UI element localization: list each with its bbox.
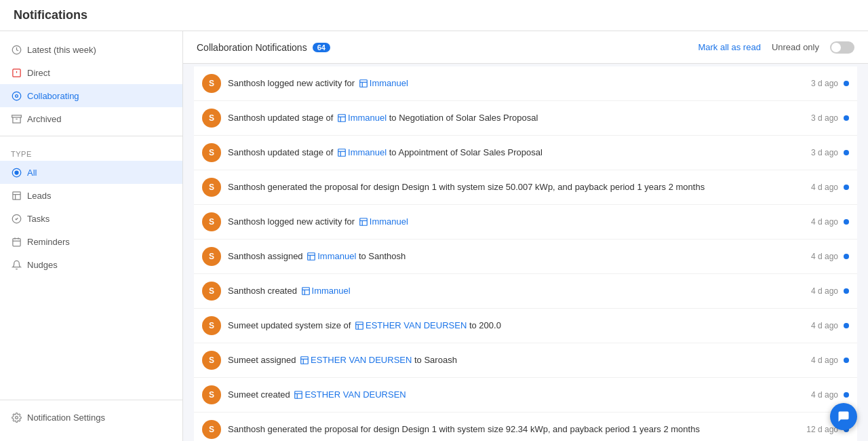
notification-link[interactable]: ESTHER VAN DEURSEN — [366, 320, 467, 330]
notification-time: 4 d ago — [811, 390, 838, 400]
notification-detail: created — [265, 286, 300, 296]
notification-time: 3 d ago — [811, 113, 838, 123]
direct-label: Direct — [27, 68, 50, 78]
notification-link[interactable]: ESTHER VAN DEURSEN — [304, 389, 406, 400]
notification-detail: logged new activity for — [265, 216, 357, 227]
latest-label: Latest (this week) — [27, 45, 96, 55]
sidebar: Latest (this week) Direct Collaborating … — [0, 31, 183, 441]
svg-rect-6 — [12, 115, 21, 117]
lead-icon — [337, 148, 347, 157]
notification-link[interactable]: Immanuel — [348, 147, 387, 157]
sidebar-item-latest[interactable]: Latest (this week) — [0, 38, 182, 61]
all-label: All — [27, 168, 37, 178]
svg-point-9 — [15, 171, 18, 174]
notification-item: SSanthosh created Immanuel4 d ago — [194, 274, 857, 309]
notification-badge: 64 — [313, 43, 330, 52]
lead-icon — [355, 321, 364, 330]
lead-icon — [359, 79, 368, 88]
unread-indicator — [844, 392, 849, 398]
sidebar-bottom: Notification Settings — [0, 400, 182, 434]
notification-text: Santhosh created Immanuel — [228, 285, 804, 297]
notification-detail: updated system size of — [258, 320, 353, 330]
notification-link[interactable]: Immanuel — [370, 78, 408, 88]
avatar: S — [202, 351, 221, 370]
notification-item: SSanthosh updated stage of Immanuel to N… — [194, 101, 857, 136]
avatar: S — [202, 247, 221, 266]
notification-meta: 4 d ago — [811, 356, 849, 365]
sidebar-item-tasks[interactable]: Tasks — [0, 207, 182, 230]
sidebar-item-all[interactable]: All — [0, 161, 182, 184]
notification-item: SSumeet created ESTHER VAN DEURSEN4 d ag… — [194, 378, 857, 413]
mark-all-read-button[interactable]: Mark all as read — [698, 42, 760, 52]
leads-label: Leads — [27, 191, 51, 201]
lead-icon — [301, 286, 311, 296]
notification-detail: generated the proposal for design Design… — [265, 424, 700, 434]
notification-meta: 4 d ago — [811, 321, 849, 330]
notification-sender: Santhosh — [228, 251, 265, 261]
reminders-label: Reminders — [27, 237, 70, 247]
notification-text: Sumeet created ESTHER VAN DEURSEN — [228, 389, 804, 401]
svg-rect-43 — [295, 391, 302, 399]
collaborating-label: Collaborating — [27, 91, 79, 101]
tasks-icon — [11, 213, 22, 224]
nudges-icon — [11, 259, 22, 270]
unread-indicator — [844, 150, 849, 155]
svg-rect-14 — [12, 238, 20, 246]
notification-link[interactable]: Immanuel — [312, 286, 351, 296]
sidebar-item-direct[interactable]: Direct — [0, 61, 182, 84]
notification-detail: logged new activity for — [265, 78, 357, 88]
notification-link[interactable]: ESTHER VAN DEURSEN — [311, 355, 412, 365]
lead-icon — [307, 252, 316, 261]
avatar: S — [202, 385, 221, 404]
notification-link[interactable]: Immanuel — [370, 216, 408, 227]
notification-text: Sumeet assigned ESTHER VAN DEURSEN to Sa… — [228, 354, 804, 366]
svg-rect-31 — [308, 253, 315, 261]
notification-meta: 4 d ago — [811, 252, 849, 261]
chat-bubble-button[interactable] — [830, 403, 857, 430]
notification-link[interactable]: Immanuel — [348, 113, 387, 123]
unread-indicator — [844, 185, 849, 190]
notification-detail: to Santhosh — [356, 251, 406, 261]
notification-time: 3 d ago — [811, 148, 838, 157]
notification-detail: updated stage of — [265, 147, 336, 157]
unread-indicator — [844, 288, 849, 294]
sidebar-item-reminders[interactable]: Reminders — [0, 230, 182, 253]
notification-text: Santhosh updated stage of Immanuel to Ap… — [228, 147, 804, 159]
sidebar-item-settings[interactable]: Notification Settings — [0, 406, 182, 429]
avatar: S — [202, 178, 221, 197]
svg-rect-10 — [12, 191, 20, 199]
content-area: Collaboration Notifications 64 Mark all … — [183, 31, 868, 441]
unread-indicator — [844, 81, 849, 86]
notification-text: Santhosh updated stage of Immanuel to Ne… — [228, 112, 804, 124]
app-container: Notifications Latest (this week) Direct — [0, 0, 868, 441]
notification-meta: 4 d ago — [811, 217, 849, 227]
notification-detail: assigned — [258, 355, 298, 365]
content-header-left: Collaboration Notifications 64 — [197, 42, 330, 53]
main-layout: Latest (this week) Direct Collaborating … — [0, 31, 868, 441]
settings-icon — [11, 412, 22, 423]
sidebar-item-collaborating[interactable]: Collaborating — [0, 84, 182, 107]
notification-link[interactable]: Immanuel — [317, 251, 356, 261]
notification-item: SSanthosh assigned Immanuel to Santhosh4… — [194, 239, 857, 274]
sidebar-item-nudges[interactable]: Nudges — [0, 253, 182, 276]
avatar: S — [202, 212, 221, 231]
notifications-list: SSanthosh logged new activity for Immanu… — [183, 64, 868, 441]
unread-only-label: Unread only — [772, 42, 819, 52]
notification-sender: Santhosh — [228, 182, 265, 192]
unread-indicator — [844, 219, 849, 225]
notification-item: SSanthosh logged new activity for Immanu… — [194, 66, 857, 101]
notification-text: Santhosh assigned Immanuel to Santhosh — [228, 250, 804, 263]
header-actions: Mark all as read Unread only — [698, 41, 854, 54]
sidebar-item-archived[interactable]: Archived — [0, 107, 182, 130]
svg-point-18 — [15, 416, 18, 419]
notification-time: 4 d ago — [811, 217, 838, 227]
notification-sender: Santhosh — [228, 78, 265, 88]
notification-detail: assigned — [265, 251, 305, 261]
unread-indicator — [844, 358, 849, 363]
unread-only-toggle[interactable] — [830, 41, 854, 54]
notification-text: Santhosh logged new activity for Immanue… — [228, 77, 804, 90]
sidebar-item-leads[interactable]: Leads — [0, 184, 182, 207]
unread-indicator — [844, 254, 849, 259]
notification-sender: Santhosh — [228, 147, 265, 157]
notification-detail: to Negotiation of Solar Sales Proposal — [387, 113, 538, 123]
